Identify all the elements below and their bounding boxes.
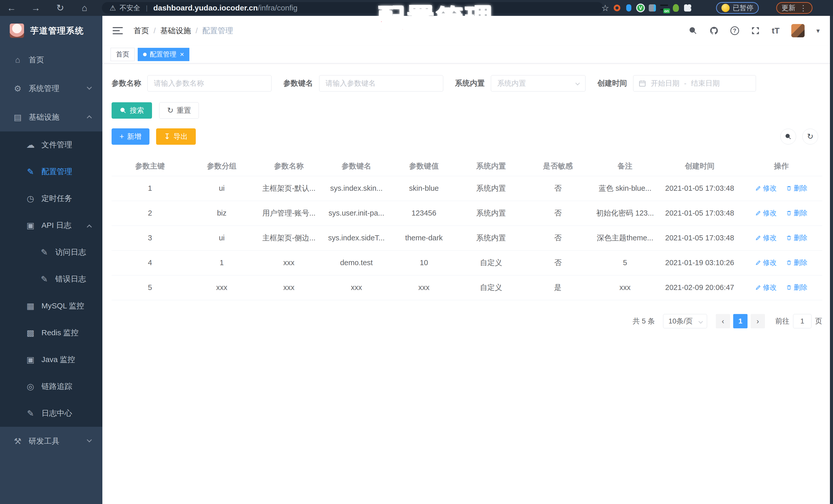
sidebar-item-system[interactable]: ⚙ 系统管理 xyxy=(0,74,102,103)
sidebar-item-java[interactable]: ▣ Java 监控 xyxy=(0,346,102,373)
param-name-input[interactable] xyxy=(147,75,271,92)
bookmark-star-icon[interactable]: ☆ xyxy=(599,3,611,13)
sidebar-item-home[interactable]: ⌂ 首页 xyxy=(0,46,102,74)
sidebar-item-trace[interactable]: ◎ 链路追踪 xyxy=(0,373,102,400)
address-bar[interactable]: ⚠ 不安全 | dashboard.yudao.iocoder.cn /infr… xyxy=(102,2,603,14)
edit-link[interactable]: 修改 xyxy=(755,283,777,292)
sidebar-item-infra[interactable]: ▤ 基础设施 xyxy=(0,103,102,131)
breadcrumb-infra[interactable]: 基础设施 xyxy=(160,26,191,36)
page-size-select[interactable]: 10条/页 xyxy=(663,314,707,328)
refresh-icon: ↻ xyxy=(167,107,173,114)
browser-menu-icon[interactable]: ⋮ xyxy=(800,4,807,12)
delete-link[interactable]: 删除 xyxy=(786,208,807,218)
col-actions: 操作 xyxy=(741,156,822,176)
next-page-button[interactable]: › xyxy=(751,314,765,328)
reset-button[interactable]: ↻ 重置 xyxy=(159,102,199,119)
chevron-down-icon xyxy=(575,81,580,85)
table-row: 1ui 主框架页-默认...sys.index.skin... skin-blu… xyxy=(112,176,822,201)
sidebar-item-redis[interactable]: ▩ Redis 监控 xyxy=(0,319,102,346)
breadcrumb-home[interactable]: 首页 xyxy=(134,26,149,36)
delete-link[interactable]: 删除 xyxy=(786,184,807,193)
fullscreen-icon[interactable] xyxy=(751,26,760,35)
refresh-icon: ↻ xyxy=(807,133,813,141)
sidebar-item-log-center[interactable]: ✎ 日志中心 xyxy=(0,400,102,427)
help-icon[interactable]: ? xyxy=(730,26,739,35)
url-divider: | xyxy=(146,4,148,12)
trash-icon xyxy=(786,235,792,241)
sidebar-item-error-log[interactable]: ✎ 错误日志 xyxy=(0,266,102,293)
col-key: 参数键名 xyxy=(323,156,390,176)
chevron-down-icon xyxy=(87,437,92,443)
doc-edit-icon: ✎ xyxy=(39,247,50,257)
font-size-icon[interactable]: tT xyxy=(772,26,780,35)
sidebar-item-access-log[interactable]: ✎ 访问日志 xyxy=(0,239,102,266)
system-builtin-select[interactable]: 系统内置 xyxy=(491,75,586,92)
extension-orange-ring-icon[interactable] xyxy=(611,5,623,11)
table-row: 41 xxxdemo.test 10自定义 否5 2021-01-19 03:1… xyxy=(112,250,822,275)
extension-on-icon[interactable]: on xyxy=(658,4,670,12)
browser-scrollbar[interactable] xyxy=(830,16,833,504)
col-value: 参数键值 xyxy=(390,156,458,176)
toggle-search-button[interactable] xyxy=(780,129,796,145)
delete-link[interactable]: 删除 xyxy=(786,283,807,292)
add-button[interactable]: + 新增 xyxy=(112,128,149,145)
gear-icon: ⚙ xyxy=(12,84,24,94)
breadcrumb-current: 配置管理 xyxy=(203,26,233,36)
col-name: 参数名称 xyxy=(255,156,323,176)
edit-link[interactable]: 修改 xyxy=(755,258,777,267)
filter-form: 参数名称 参数键名 系统内置 系统内置 创建时间 xyxy=(112,75,822,92)
search-button[interactable]: 搜索 xyxy=(112,102,152,119)
trash-icon xyxy=(786,284,792,291)
delete-link[interactable]: 删除 xyxy=(786,233,807,243)
extension-blue-pin-icon[interactable] xyxy=(623,4,635,11)
search-icon xyxy=(785,133,792,140)
sidebar-item-mysql[interactable]: ▦ MySQL 监控 xyxy=(0,293,102,319)
edit-link[interactable]: 修改 xyxy=(755,233,777,243)
pencil-icon xyxy=(755,284,761,291)
sidebar-item-config[interactable]: ✎ 配置管理 xyxy=(0,158,102,185)
search-icon[interactable] xyxy=(688,26,698,35)
browser-reload-icon[interactable]: ↻ xyxy=(51,0,69,16)
security-label[interactable]: 不安全 xyxy=(120,3,140,12)
page-unit-label: 页 xyxy=(815,316,822,326)
tab-home[interactable]: 首页 xyxy=(111,48,135,61)
sidebar-item-api-log[interactable]: ▣ API 日志 xyxy=(0,212,102,239)
browser-update-button[interactable]: 更新 ⋮ xyxy=(776,2,812,14)
doc-edit-icon: ✎ xyxy=(39,274,50,284)
delete-link[interactable]: 删除 xyxy=(786,258,807,267)
prev-page-button[interactable]: ‹ xyxy=(716,314,730,328)
caret-down-icon[interactable]: ▾ xyxy=(816,27,820,35)
extension-cube-icon[interactable] xyxy=(646,4,658,11)
hamburger-menu-icon[interactable] xyxy=(113,25,123,36)
date-range-picker[interactable]: 开始日期 - 结束日期 xyxy=(633,75,756,92)
create-time-label: 创建时间 xyxy=(597,78,627,89)
goto-label: 前往 xyxy=(775,316,789,326)
avatar[interactable] xyxy=(791,24,805,37)
current-page-button[interactable]: 1 xyxy=(733,314,747,328)
sidebar-item-file[interactable]: ☁ 文件管理 xyxy=(0,131,102,158)
param-key-label: 参数键名 xyxy=(283,78,313,89)
sidebar-item-dev-tools[interactable]: ⚒ 研发工具 xyxy=(0,427,102,455)
browser-back-icon[interactable]: ← xyxy=(3,0,21,16)
close-icon[interactable]: × xyxy=(180,51,184,58)
trash-icon xyxy=(786,259,792,266)
refresh-table-button[interactable]: ↻ xyxy=(802,129,818,145)
sidebar: 芋道管理系统 ⌂ 首页 ⚙ 系统管理 ▤ 基础设施 ☁ 文件管理 ✎ 配置管理 … xyxy=(0,16,102,504)
extension-sprout-icon[interactable] xyxy=(670,4,682,12)
goto-page-input[interactable] xyxy=(793,314,811,328)
on-badge: on xyxy=(663,8,670,13)
chevron-down-icon xyxy=(87,85,92,90)
browser-forward-icon[interactable]: → xyxy=(27,0,45,16)
extensions-puzzle-icon[interactable] xyxy=(682,4,693,11)
paused-extension-badge[interactable]: 已暂停 xyxy=(716,2,759,14)
export-button[interactable]: ↧ 导出 xyxy=(156,128,196,145)
github-icon[interactable] xyxy=(709,26,719,35)
browser-home-icon[interactable]: ⌂ xyxy=(75,0,93,16)
edit-link[interactable]: 修改 xyxy=(755,184,777,193)
java-monitor-icon: ▣ xyxy=(25,355,36,364)
edit-link[interactable]: 修改 xyxy=(755,208,777,218)
extension-green-check-icon[interactable]: V xyxy=(635,4,646,12)
tab-config-active[interactable]: 配置管理 × xyxy=(138,48,189,61)
param-key-input[interactable] xyxy=(319,75,443,92)
sidebar-item-job[interactable]: ◷ 定时任务 xyxy=(0,185,102,212)
